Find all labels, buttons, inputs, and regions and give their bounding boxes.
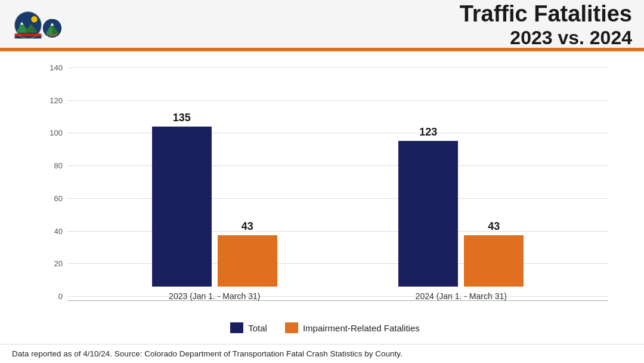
bar-value-total-2023: 135 [173,112,191,124]
chart-legend: Total Impairment-Related Fatalities [42,319,608,338]
chart-container: 140 120 100 80 [42,63,608,338]
bar-total-2024 [398,141,458,287]
bar-group-label-2023: 2023 (Jan 1. - March 31) [169,291,260,301]
svg-rect-6 [15,36,42,39]
bars-area: 135 43 2023 (Jan 1. - March 31) [67,63,608,301]
header: CDOT TM Traffic Fatalities 2023 vs. 2024 [0,0,644,48]
legend-label-impaired: Impairment-Related Fatalities [303,323,420,333]
title-area: Traffic Fatalities 2023 vs. 2024 [460,1,632,49]
bar-wrapper-impaired-2023: 43 [218,220,277,287]
bar-group-2024: 123 43 2024 (Jan 1. - March 31) [398,126,524,301]
legend-item-total: Total [230,322,267,333]
legend-label-total: Total [248,323,267,333]
bar-group-label-2024: 2024 (Jan 1. - March 31) [416,291,507,301]
legend-swatch-total [230,322,243,333]
bar-wrapper-impaired-2024: 43 [464,220,524,287]
legend-item-impaired: Impairment-Related Fatalities [285,322,420,333]
bar-wrapper-total-2023: 135 [152,112,212,287]
bar-impaired-2024 [464,235,524,287]
bar-value-total-2024: 123 [419,126,437,139]
svg-text:CDOT: CDOT [47,33,57,37]
bar-value-impaired-2023: 43 [242,220,253,233]
bar-impaired-2023 [218,235,277,287]
bar-value-impaired-2024: 43 [488,220,500,233]
logo-area: CDOT TM [12,7,66,43]
footer-text: Data reported as of 4/10/24. Source: Col… [12,349,402,358]
page-title-line2: 2023 vs. 2024 [460,27,632,49]
page-title-line1: Traffic Fatalities [460,1,632,27]
bar-total-2023 [152,127,212,287]
footer: Data reported as of 4/10/24. Source: Col… [0,344,644,363]
bar-group-2023: 135 43 2023 (Jan 1. - March 31) [152,112,277,301]
svg-rect-5 [15,33,42,36]
page-wrapper: CDOT TM Traffic Fatalities 2023 vs. 2024… [0,0,644,363]
svg-text:TM: TM [40,35,43,38]
chart-area: 140 120 100 80 [0,51,644,344]
bar-wrapper-total-2024: 123 [398,126,458,287]
legend-swatch-impaired [285,322,298,333]
grid-and-bars: 140 120 100 80 [42,63,608,319]
svg-point-4 [31,16,38,23]
bar-pair-2023: 135 43 [152,112,277,287]
bar-pair-2024: 123 43 [398,126,524,287]
cdot-logo: CDOT TM [12,7,66,43]
